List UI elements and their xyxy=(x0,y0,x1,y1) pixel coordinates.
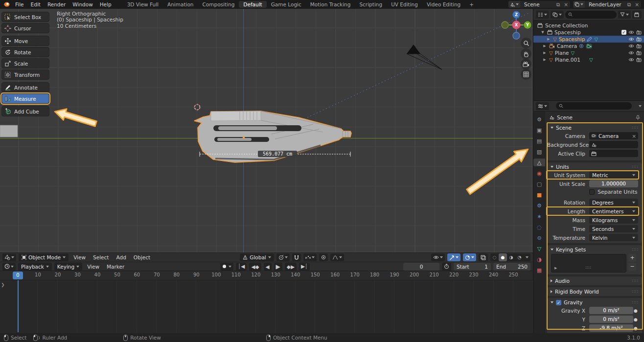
mode-selector[interactable]: Object Mode xyxy=(19,253,69,261)
separate-units-checkbox[interactable] xyxy=(589,189,595,195)
orthographic-toggle-button[interactable] xyxy=(521,69,531,80)
gizmo-neg-z[interactable] xyxy=(513,32,520,39)
panel-scene-header[interactable]: Scene ∷∷ xyxy=(547,123,642,132)
menu-add[interactable]: Add xyxy=(114,254,128,260)
tab-3d-view-full[interactable]: 3D View Full xyxy=(123,1,163,8)
playback-menu[interactable]: Playback xyxy=(18,263,52,271)
play-button[interactable]: ▶ xyxy=(274,263,282,271)
gravity-z-field[interactable]: -9.8 m/s² xyxy=(589,324,633,332)
view-layer-name[interactable]: RenderLayer xyxy=(585,1,625,7)
show-overlays-toggle[interactable] xyxy=(463,253,476,261)
tab-uv-editing[interactable]: UV Editing xyxy=(387,1,422,8)
outliner-filter-button[interactable] xyxy=(618,11,631,19)
view-layer-browse-icon[interactable] xyxy=(573,1,585,8)
hide-eye-icon[interactable] xyxy=(628,30,634,34)
outliner-row-spaceship-object[interactable]: ▶ ▽ Spaceship ▽ xyxy=(533,36,644,43)
show-gizmo-toggle[interactable] xyxy=(447,253,460,261)
panel-rigid-body-world-header[interactable]: Rigid Body World ∷∷ xyxy=(547,287,642,296)
disclosure-closed-icon[interactable]: ▶ xyxy=(542,44,547,48)
shading-solid-button[interactable]: ● xyxy=(499,253,507,261)
gizmo-neg-y[interactable] xyxy=(502,22,508,28)
outliner-filter-id-selector[interactable] xyxy=(551,11,564,19)
tab-scene[interactable]: △ xyxy=(533,159,545,166)
disclosure-closed-icon[interactable]: ▶ xyxy=(542,58,547,62)
play-reverse-button[interactable]: ◀ xyxy=(264,263,272,271)
tab-default[interactable]: Default xyxy=(239,1,266,8)
tab-video-editing[interactable]: Video Editing xyxy=(422,1,465,8)
gravity-x-animate-dot[interactable]: ● xyxy=(633,308,638,313)
use-preview-range-toggle[interactable] xyxy=(442,263,451,271)
3d-viewport[interactable]: Right Orthographic (0) Spaceship | Space… xyxy=(0,9,533,252)
outliner-row-plane[interactable]: ▶ ▽ Plane ▽ xyxy=(533,49,644,56)
outliner-row-spaceship-collection[interactable]: ▼ Spaceship ✓ xyxy=(533,29,644,36)
tool-add-cube[interactable]: Add Cube xyxy=(1,106,49,116)
menu-window[interactable]: Window xyxy=(69,1,96,7)
tab-physics[interactable]: ◌ xyxy=(534,223,544,231)
previous-keyframe-button[interactable]: ◀◆ xyxy=(249,263,261,271)
properties-search-input[interactable] xyxy=(556,102,632,110)
menu-render[interactable]: Render xyxy=(44,1,69,7)
pin-icon[interactable] xyxy=(636,115,640,120)
gravity-x-field[interactable]: 0 m/s² xyxy=(589,307,633,314)
timeline-marker-menu[interactable]: Marker xyxy=(104,264,127,270)
tab-game-logic[interactable]: Game Logic xyxy=(267,1,306,8)
zoom-button[interactable] xyxy=(521,38,531,48)
tool-scale[interactable]: Scale xyxy=(1,58,49,68)
tab-tool[interactable]: ⚙ xyxy=(534,115,544,123)
disclosure-closed-icon[interactable]: ▶ xyxy=(542,51,547,55)
camera-view-button[interactable] xyxy=(521,59,531,69)
panel-gravity-header[interactable]: ✓ Gravity ∷∷ xyxy=(547,298,642,307)
tab-render[interactable]: ▣ xyxy=(534,126,544,134)
timeline-ruler[interactable]: 0 10203040506070809010011012013014015016… xyxy=(0,271,533,280)
transform-orientation-selector[interactable]: Global xyxy=(240,253,274,261)
scene-name[interactable]: Scene xyxy=(520,1,554,7)
tool-move[interactable]: Move xyxy=(1,36,49,46)
timeline-editor-type-button[interactable] xyxy=(2,263,16,271)
tab-scripting[interactable]: Scripting xyxy=(355,1,387,8)
disclosure-closed-icon[interactable]: ▶ xyxy=(546,37,551,41)
add-keying-set-button[interactable]: + xyxy=(628,254,636,262)
show-visibility-selector[interactable] xyxy=(431,253,445,261)
playhead[interactable]: 0 xyxy=(13,272,23,279)
tab-object[interactable]: ■ xyxy=(534,191,544,199)
menu-object[interactable]: Object xyxy=(131,254,153,260)
menu-view[interactable]: View xyxy=(71,254,88,260)
menu-edit[interactable]: Edit xyxy=(27,1,44,7)
tab-constraints[interactable]: ⊝ xyxy=(534,234,544,242)
hide-eye-icon[interactable] xyxy=(628,44,634,48)
tool-measure[interactable]: Measure xyxy=(1,93,49,104)
view-layer-selector[interactable]: RenderLayer ⧉ × xyxy=(573,1,641,8)
gravity-y-field[interactable]: 0 m/s² xyxy=(589,316,633,323)
hide-eye-icon[interactable] xyxy=(628,37,634,41)
properties-options-chevron[interactable] xyxy=(639,105,642,107)
menu-file[interactable]: File xyxy=(12,1,27,7)
temperature-dropdown[interactable]: Kelvin xyxy=(589,234,638,241)
outliner-row-plane-001[interactable]: ▶ ▽ Plane.001 ▽ xyxy=(533,56,644,63)
tool-cursor[interactable]: Cursor xyxy=(1,23,49,33)
timeline-expand-icon[interactable]: ❯ xyxy=(1,282,5,287)
tool-transform[interactable]: Transform xyxy=(1,69,49,80)
outliner-row-scene-collection[interactable]: Scene Collection xyxy=(533,22,644,29)
scene-camera-field[interactable]: Camera × xyxy=(589,132,638,139)
spaceship-object[interactable] xyxy=(0,111,351,162)
tab-view-layer[interactable]: ▧ xyxy=(534,148,544,156)
panel-audio-header[interactable]: Audio ∷∷ xyxy=(547,276,642,285)
snap-settings-selector[interactable] xyxy=(303,253,317,261)
new-collection-button[interactable] xyxy=(632,11,642,19)
tab-motion-tracking[interactable]: Motion Tracking xyxy=(306,1,355,8)
outliner-row-camera[interactable]: ▶ Camera xyxy=(533,43,644,49)
timeline-view-menu[interactable]: View xyxy=(85,264,102,270)
pan-button[interactable] xyxy=(521,48,531,59)
playhead-line[interactable] xyxy=(18,280,19,332)
tab-output[interactable]: ▤ xyxy=(534,137,544,145)
navigation-gizmo[interactable]: Z Y X xyxy=(502,11,531,40)
remove-keying-set-button[interactable]: − xyxy=(628,263,636,271)
outliner-display-mode-selector[interactable] xyxy=(536,11,549,19)
jump-to-end-button[interactable]: ▶⏐ xyxy=(299,263,310,271)
xray-toggle[interactable] xyxy=(479,253,488,261)
disable-render-icon[interactable] xyxy=(636,37,642,42)
disable-render-icon[interactable] xyxy=(636,30,642,35)
camera-object[interactable] xyxy=(407,45,442,69)
menu-select[interactable]: Select xyxy=(91,254,111,260)
keying-menu[interactable]: Keying xyxy=(54,263,82,271)
